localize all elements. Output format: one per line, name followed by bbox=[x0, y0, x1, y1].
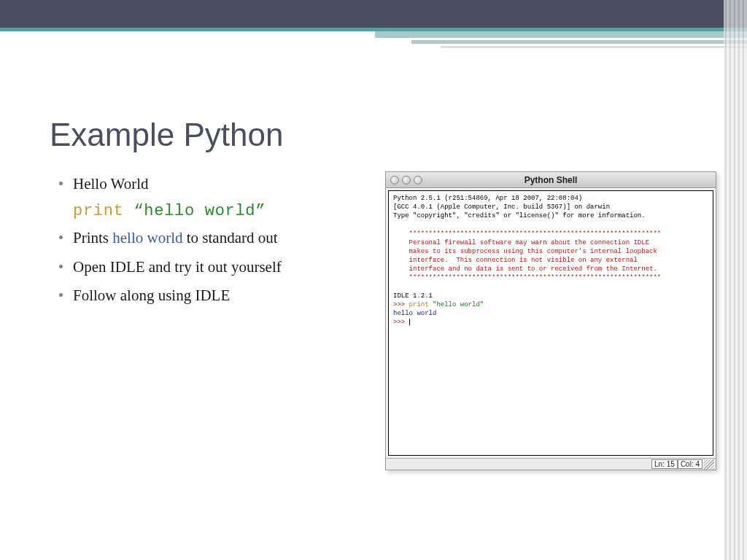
slide-header-bar bbox=[0, 0, 747, 28]
code-keyword: print bbox=[73, 202, 124, 220]
bullet-list: Hello World bbox=[50, 174, 356, 195]
bullet-item: Open IDLE and try it out yourself bbox=[50, 257, 356, 278]
shell-line: ****************************************… bbox=[393, 230, 661, 238]
shell-cmd-string: "hello world" bbox=[433, 301, 484, 308]
shell-output-area[interactable]: Python 2.5.1 (r251:54869, Apr 18 2007, 2… bbox=[388, 190, 713, 456]
code-example: print “hello world” bbox=[50, 202, 356, 220]
slide-accent-sublines bbox=[375, 31, 747, 52]
shell-cmd-keyword: print bbox=[409, 301, 433, 308]
code-string: “hello world” bbox=[133, 202, 266, 220]
bullet-highlight: hello world bbox=[112, 229, 182, 246]
shell-prompt: >>> bbox=[393, 301, 409, 308]
bullet-item: Hello World bbox=[50, 174, 356, 195]
shell-line: interface. This connection is not visibl… bbox=[393, 257, 638, 264]
shell-prompt: >>> bbox=[393, 319, 409, 326]
resize-grip-icon[interactable] bbox=[704, 459, 714, 470]
bullet-list: Prints hello world to standard out Open … bbox=[50, 228, 356, 306]
status-line: Ln: 15 bbox=[651, 459, 678, 469]
window-titlebar[interactable]: Python Shell bbox=[386, 172, 716, 188]
shell-line: [GCC 4.0.1 (Apple Computer, Inc. build 5… bbox=[393, 203, 610, 211]
shell-line: IDLE 1.2.1 bbox=[393, 292, 433, 300]
shell-line: Python 2.5.1 (r251:54869, Apr 18 2007, 2… bbox=[393, 195, 582, 202]
shell-line: ****************************************… bbox=[393, 274, 661, 281]
window-title: Python Shell bbox=[386, 175, 716, 185]
shell-line: Personal firewall software may warn abou… bbox=[393, 239, 649, 246]
close-icon[interactable] bbox=[390, 176, 399, 184]
bullet-text: to standard out bbox=[183, 229, 278, 246]
text-cursor-icon bbox=[409, 319, 410, 325]
bullet-item: Follow along using IDLE bbox=[50, 285, 356, 306]
python-shell-window: Python Shell Python 2.5.1 (r251:54869, A… bbox=[385, 171, 716, 470]
shell-statusbar: Ln: 15Col: 4 bbox=[386, 458, 716, 470]
shell-line: Type "copyright", "credits" or "license(… bbox=[393, 212, 646, 219]
minimize-icon[interactable] bbox=[402, 176, 411, 184]
bullet-text: Prints bbox=[73, 229, 112, 246]
status-col: Col: 4 bbox=[678, 459, 703, 469]
shell-output: hello world bbox=[393, 310, 436, 317]
slide-body: Hello World print “hello world” Prints h… bbox=[50, 174, 356, 314]
slide-title: Example Python bbox=[50, 117, 283, 153]
bullet-item: Prints hello world to standard out bbox=[50, 228, 356, 249]
shell-line: makes to its subprocess using this compu… bbox=[393, 248, 657, 255]
zoom-icon[interactable] bbox=[414, 176, 422, 184]
window-controls bbox=[386, 176, 422, 184]
shell-line: interface and no data is sent to or rece… bbox=[393, 265, 657, 273]
slide-right-edge-deco bbox=[724, 0, 747, 560]
